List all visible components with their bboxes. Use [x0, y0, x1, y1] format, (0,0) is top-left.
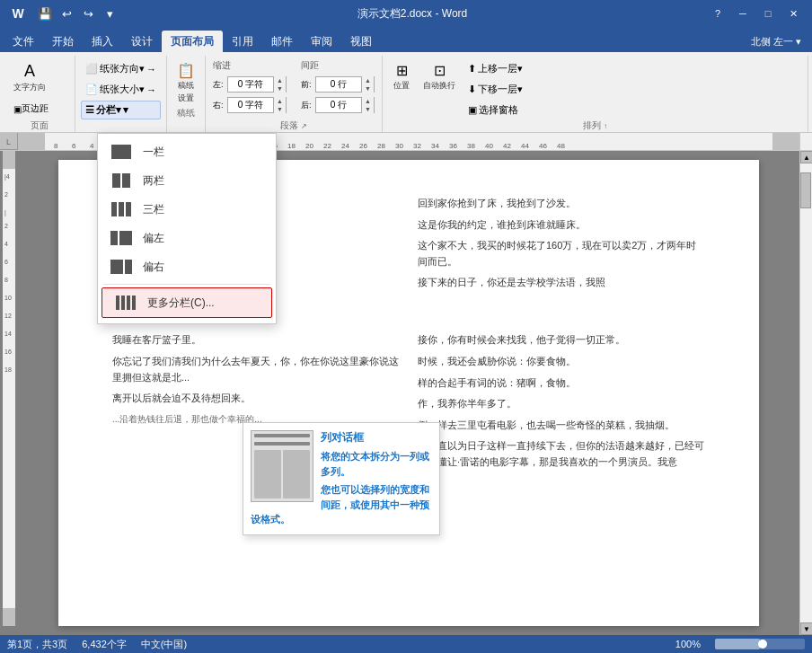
column-three-item[interactable]: 三栏 [98, 195, 276, 224]
indent-right-input[interactable] [228, 101, 273, 110]
collapse-ribbon-btn[interactable]: 北侧 左一 ▾ [744, 31, 808, 52]
tab-insert[interactable]: 插入 [83, 31, 122, 52]
text-block-10: 你忘记了我们清我们为什么去年夏天，你，你在你说这里豪你说这里拥但这就是北... [112, 354, 400, 385]
space-before-up[interactable]: ▲ [361, 76, 374, 84]
space-after-down[interactable]: ▼ [361, 105, 374, 113]
indent-left-up[interactable]: ▲ [273, 76, 286, 84]
column-left-item[interactable]: 偏左 [98, 224, 276, 252]
tooltip-highlight1: 将您的文本拆分为一列或多列。 [321, 451, 429, 477]
column-tooltip: 列对话框 将您的文本拆分为一列或多列。 您也可以选择列的宽度和间距，或使用其中一… [243, 422, 440, 535]
tab-review[interactable]: 审阅 [302, 31, 341, 52]
column-right-item[interactable]: 偏右 [98, 252, 276, 281]
ribbon-group-draft: 📋 稿纸 设置 稿纸 [167, 56, 206, 132]
space-before-spinbox[interactable]: ▲ ▼ [315, 76, 375, 93]
space-before-input[interactable] [316, 80, 361, 90]
paper-size-btn[interactable]: 📄 纸张大小▾ → [81, 80, 161, 99]
paragraph-dialog-btn[interactable]: ↗ [301, 122, 307, 130]
draft-settings-btn[interactable]: 📋 稿纸 设置 [172, 59, 199, 107]
text-block-9: 我睡在客厅篮子里。 [112, 332, 400, 349]
scroll-track [800, 163, 812, 622]
scroll-down-btn[interactable]: ▼ [800, 622, 812, 635]
indent-left-spinbox[interactable]: ▲ ▼ [227, 76, 287, 93]
indent-right-arrows: ▲ ▼ [273, 97, 286, 113]
quick-access-save[interactable]: 💾 [36, 4, 54, 22]
title-bar-left: W 💾 ↩ ↪ ▾ [7, 4, 119, 23]
ruler-scrollbar-area [799, 133, 812, 150]
tab-view[interactable]: 视图 [341, 31, 381, 52]
space-before-label: 前: [301, 79, 313, 91]
more-columns-icon [111, 293, 140, 313]
selection-pane-btn[interactable]: ▣ 选择窗格 [463, 101, 527, 119]
quick-access-customize[interactable]: ▾ [101, 4, 119, 22]
position-icon: ⊞ [396, 62, 408, 79]
close-button[interactable]: ✕ [781, 4, 805, 22]
restore-button[interactable]: □ [756, 4, 780, 22]
position-btn[interactable]: ⊞ 位置 [388, 59, 415, 119]
language: 中文(中国) [141, 638, 187, 651]
window-controls: ? ─ □ ✕ [706, 4, 805, 22]
arrange-group-label: 排列 ↑ [388, 119, 802, 132]
quick-access-redo[interactable]: ↪ [79, 4, 97, 22]
minimize-button[interactable]: ─ [731, 4, 755, 22]
tab-mailing[interactable]: 邮件 [262, 31, 302, 52]
ribbon-group-arrange: ⊞ 位置 ⊡ 自动换行 ⬆ 上移一层▾ ⬇ 下移一层▾ ▣ 选择窗格 [383, 56, 808, 132]
column-three-icon [107, 199, 136, 219]
column-one-item[interactable]: 一栏 [98, 137, 276, 166]
doc-col2: 回到家你抢到了床，我抢到了沙发。 这是你我的约定，谁抢到床谁就睡床。 这个家不大… [418, 196, 705, 296]
paper-orientation-btn[interactable]: ⬜ 纸张方向▾ → [81, 59, 161, 78]
zoom-track [715, 639, 760, 649]
vertical-ruler: |4 2 | 2 4 6 8 10 12 14 16 18 [0, 151, 18, 635]
more-columns-item[interactable]: 更多分栏(C)... [102, 287, 272, 318]
move-down-btn[interactable]: ⬇ 下移一层▾ [463, 80, 527, 99]
zoom-thumb[interactable] [758, 640, 767, 649]
text-block-17: 倒一样去三里屯看电影，也去喝一些奇怪的菜糕，我抽烟。 [418, 418, 705, 434]
help-button[interactable]: ? [706, 4, 729, 22]
tab-page-layout[interactable]: 页面布局 [162, 31, 223, 52]
indent-section: 缩进 左: ▲ ▼ 右: [213, 59, 287, 115]
indent-left-down[interactable]: ▼ [273, 84, 286, 93]
text-wrapping-btn[interactable]: ⊡ 自动换行 [419, 59, 460, 119]
column-one-icon [107, 142, 136, 162]
indent-right-up[interactable]: ▲ [273, 97, 286, 105]
spacing-section: 间距 前: ▲ ▼ 后: [301, 59, 375, 115]
ribbon-group-paragraph: 缩进 左: ▲ ▼ 右: [206, 56, 383, 132]
scroll-up-btn[interactable]: ▲ [800, 151, 812, 163]
vertical-scrollbar[interactable]: ▲ ▼ [799, 151, 812, 635]
tab-file[interactable]: 文件 [4, 31, 43, 52]
move-up-btn[interactable]: ⬆ 上移一层▾ [463, 59, 527, 78]
column-right-icon [107, 257, 136, 277]
page-margin-btn[interactable]: ▣ 页边距 [9, 100, 53, 118]
ribbon-group-paper: ⬜ 纸张方向▾ → 📄 纸张大小▾ → ☰ 分栏▾ ▾ [75, 56, 167, 132]
column-right-label: 偏右 [143, 260, 164, 275]
indent-right-down[interactable]: ▼ [273, 105, 286, 113]
text-block-7: 这个家不大，我买的时候花了160万，现在可以卖2万，才两年时间而已。 [418, 238, 705, 269]
quick-access-undo[interactable]: ↩ [57, 4, 75, 22]
scroll-thumb[interactable] [800, 172, 811, 208]
title-bar: W 💾 ↩ ↪ ▾ 演示文档2.docx - Word ? ─ □ ✕ [0, 0, 812, 27]
doc-col4: 接你，你有时候会来找我，他子觉得一切正常。 时候，我还会威胁你说：你要食物。 样… [418, 332, 705, 475]
ruler-corner-label: L [0, 133, 17, 151]
zoom-level: 100% [675, 639, 701, 649]
zoom-slider[interactable] [715, 639, 805, 649]
text-block-15: 样的合起手有词的说：猪啊，食物。 [418, 375, 705, 392]
arrange-dialog-btn[interactable]: ↑ [604, 122, 607, 130]
tab-reference[interactable]: 引用 [223, 31, 262, 52]
space-before-down[interactable]: ▼ [361, 84, 374, 93]
indent-right-spinbox[interactable]: ▲ ▼ [227, 97, 287, 113]
text-direction-btn[interactable]: A 文字方向 [9, 59, 50, 96]
up-arrow-icon: ⬆ [468, 63, 476, 75]
column-two-label: 两栏 [143, 173, 164, 189]
columns-btn[interactable]: ☰ 分栏▾ ▾ [81, 101, 161, 119]
space-after-spinbox[interactable]: ▲ ▼ [315, 97, 375, 113]
tab-home[interactable]: 开始 [43, 31, 83, 52]
space-after-input[interactable] [316, 101, 361, 110]
space-after-up[interactable]: ▲ [361, 97, 374, 105]
indent-left-input[interactable] [228, 80, 273, 90]
column-two-item[interactable]: 两栏 [98, 166, 276, 195]
ruler-corner: L [0, 133, 18, 150]
ribbon-group-page: A 文字方向 ▣ 页边距 页面 [4, 56, 75, 132]
column-two-icon [107, 171, 136, 190]
text-block-8: 接下来的日子，你还是去学校学法语，我照 [418, 275, 705, 291]
tab-design[interactable]: 设计 [122, 31, 162, 52]
page-group-label: 页面 [9, 119, 69, 132]
